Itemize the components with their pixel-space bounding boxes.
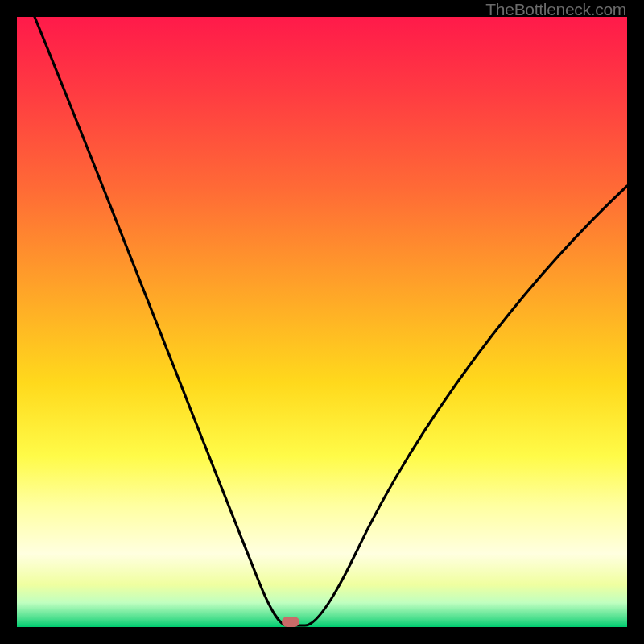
chart-frame [17,17,627,627]
optimal-marker [282,617,299,627]
curve-path [35,17,627,625]
bottleneck-curve [17,17,627,627]
